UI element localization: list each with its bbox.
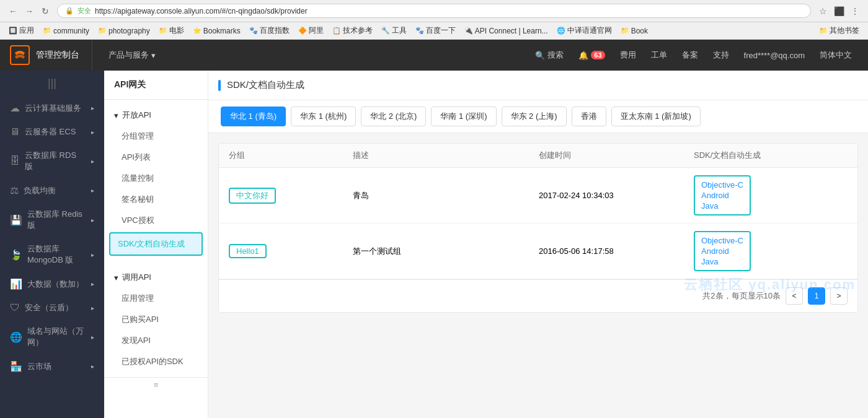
- folder-icon-2: 📁: [98, 27, 107, 35]
- bookmark-community[interactable]: 📁 community: [39, 25, 93, 37]
- sidebar-item-group-management[interactable]: 分组管理: [104, 126, 208, 147]
- main-content: SDK/文档自动生成 华北 1 (青岛) 华东 1 (杭州) 华北 2 (北京)…: [208, 71, 868, 418]
- url-bar[interactable]: 🔒 安全 https://apigateway.console.aliyun.c…: [57, 4, 811, 18]
- database-icon: 🗄: [10, 155, 20, 167]
- sidebar-item-traffic-control[interactable]: 流量控制: [104, 168, 208, 189]
- browser-chrome: ← → ↻ 🔒 安全 https://apigateway.console.al…: [0, 0, 868, 22]
- api-gateway-sidebar: API网关 ▾ 开放API 分组管理 API列表 流量控制 签名秘钥 VPC授权: [104, 71, 208, 418]
- chevron-icon-5: ▸: [91, 217, 94, 224]
- chevron-down-icon: ▾: [151, 51, 156, 60]
- region-tab-shenzhen[interactable]: 华南 1 (深圳): [431, 107, 496, 126]
- logo-area: 管理控制台: [10, 40, 92, 71]
- bookmark-bookmarks[interactable]: ⭐ Bookmarks: [189, 25, 244, 37]
- sdk-link-android-2[interactable]: Android: [701, 246, 743, 256]
- call-api-group-header[interactable]: ▾ 调用API: [104, 267, 208, 288]
- sidebar-item-app-management[interactable]: 应用管理: [104, 288, 208, 309]
- bookmark-photography[interactable]: 📁 photography: [94, 25, 154, 37]
- region-tab-qingdao[interactable]: 华北 1 (青岛): [221, 107, 286, 126]
- pagination-next[interactable]: >: [830, 287, 848, 305]
- support-nav-item[interactable]: 支持: [707, 40, 735, 71]
- sidebar-item-authorized-sdk[interactable]: 已授权API的SDK: [104, 351, 208, 372]
- sidebar-item-security[interactable]: 🛡 安全（云盾） ▸: [0, 296, 104, 320]
- extension-button[interactable]: ⬛: [832, 4, 846, 18]
- region-tab-beijing[interactable]: 华北 2 (北京): [361, 107, 426, 126]
- top-nav-menu: 产品与服务 ▾: [92, 40, 172, 71]
- forward-button[interactable]: →: [22, 4, 36, 18]
- left-sidebar: ||| ☁ 云计算基础服务 ▸ 🖥 云服务器 ECS ▸ 🗄 云数据库 RDS …: [0, 71, 104, 418]
- region-tab-shanghai[interactable]: 华东 2 (上海): [502, 107, 567, 126]
- bookmark-movie[interactable]: 📁 电影: [155, 24, 188, 37]
- top-nav-right: 🔍 搜索 🔔 63 费用 工单 备案 支持 fred****@qq.com 简体…: [529, 40, 858, 71]
- baidu-search-icon: 🐾: [415, 27, 424, 35]
- products-menu-item[interactable]: 产品与服务 ▾: [102, 40, 162, 71]
- bookmark-book[interactable]: 📁 Book: [617, 25, 652, 37]
- star-button[interactable]: ☆: [816, 4, 830, 18]
- table-row: Hello1 第一个测试组 2016-05-06 14:17:58 Object…: [219, 224, 857, 279]
- back-button[interactable]: ←: [6, 4, 20, 18]
- sidebar-section-security: 🛡 安全（云盾） ▸: [0, 296, 104, 320]
- bookmark-translate[interactable]: 🌐 中译语通官网: [553, 24, 616, 37]
- sidebar-item-vpc-auth[interactable]: VPC授权: [104, 210, 208, 231]
- sidebar-item-rds[interactable]: 🗄 云数据库 RDS 版 ▸: [0, 144, 104, 178]
- sidebar-section-cloud-compute: ☁ 云计算基础服务 ▸: [0, 96, 104, 120]
- search-icon: 🔍: [535, 51, 545, 60]
- billing-nav-item[interactable]: 费用: [614, 40, 642, 71]
- sidebar-item-market[interactable]: 🏪 云市场 ▸: [0, 354, 104, 378]
- icp-nav-item[interactable]: 备案: [676, 40, 704, 71]
- bookmark-ali[interactable]: 🔶 阿里: [294, 24, 327, 37]
- sidebar-item-discover-api[interactable]: 发现API: [104, 330, 208, 351]
- region-tab-singapore[interactable]: 亚太东南 1 (新加坡): [611, 107, 701, 126]
- sidebar-item-ecs[interactable]: 🖥 云服务器 ECS ▸: [0, 120, 104, 144]
- open-api-group-header[interactable]: ▾ 开放API: [104, 105, 208, 126]
- bookmark-tools[interactable]: 🔧 工具: [378, 24, 410, 37]
- more-button[interactable]: ⋮: [848, 4, 862, 18]
- pagination-page-1[interactable]: 1: [808, 287, 825, 305]
- user-nav-item[interactable]: fred****@qq.com: [738, 40, 811, 71]
- bookmark-baidu-search[interactable]: 🐾 百度一下: [412, 24, 459, 37]
- pagination-prev[interactable]: <: [786, 287, 803, 305]
- sidebar-item-api-list[interactable]: API列表: [104, 147, 208, 168]
- bookmark-tech[interactable]: 📋 技术参考: [329, 24, 376, 37]
- sdk-link-objc-1[interactable]: Objective-C: [701, 180, 743, 189]
- bookmark-apps[interactable]: 🔲 应用: [5, 24, 38, 37]
- sidebar-item-mongodb[interactable]: 🍃 云数据库 MongoDB 版 ▸: [0, 237, 104, 272]
- sidebar-section-slb: ⚖ 负载均衡 ▸: [0, 178, 104, 202]
- bookmark-other[interactable]: 📁 其他书签: [815, 24, 863, 37]
- sidebar-item-purchased-api[interactable]: 已购买API: [104, 309, 208, 330]
- sidebar-item-cloud-compute[interactable]: ☁ 云计算基础服务 ▸: [0, 96, 104, 120]
- chevron-icon-10: ▸: [91, 363, 94, 370]
- sdk-link-java-2[interactable]: Java: [701, 257, 743, 266]
- sdk-link-java-1[interactable]: Java: [701, 201, 743, 211]
- region-tab-hangzhou[interactable]: 华东 1 (杭州): [291, 107, 356, 126]
- cell-group-1: 中文你好: [229, 188, 353, 204]
- sidebar-collapse-button[interactable]: |||: [0, 71, 104, 96]
- api-icon: 🔌: [464, 27, 473, 35]
- sidebar-item-bigdata[interactable]: 📊 大数据（数加） ▸: [0, 272, 104, 296]
- language-nav-item[interactable]: 简体中文: [813, 40, 858, 71]
- sidebar-resize-handle[interactable]: ≡: [104, 377, 208, 392]
- apps-icon: 🔲: [9, 27, 17, 35]
- refresh-button[interactable]: ↻: [38, 4, 52, 18]
- sidebar-item-sdk-autogen[interactable]: SDK/文档自动生成: [109, 232, 203, 256]
- sidebar-item-sign-key[interactable]: 签名秘钥: [104, 189, 208, 210]
- sdk-link-objc-2[interactable]: Objective-C: [701, 236, 743, 245]
- bookmark-api-connect[interactable]: 🔌 API Connect | Learn...: [461, 25, 552, 37]
- aliyun-logo: [10, 45, 30, 65]
- chevron-icon-8: ▸: [91, 305, 94, 311]
- search-area[interactable]: 🔍 搜索: [529, 50, 570, 61]
- group-link-1[interactable]: 中文你好: [229, 188, 276, 204]
- sidebar-item-slb[interactable]: ⚖ 负载均衡 ▸: [0, 178, 104, 202]
- security-lock-icon: 🔒: [65, 7, 74, 15]
- sidebar-item-domain[interactable]: 🌐 域名与网站（万网） ▸: [0, 320, 104, 354]
- server-icon: 🖥: [10, 126, 20, 137]
- sidebar-item-redis[interactable]: 💾 云数据库 Redis 版 ▸: [0, 202, 104, 237]
- region-tab-hongkong[interactable]: 香港: [572, 107, 606, 126]
- pagination-total-text: 共2条，每页显示10条: [702, 290, 781, 302]
- chevron-icon-6: ▸: [91, 251, 94, 258]
- group-link-2[interactable]: Hello1: [229, 244, 267, 258]
- bookmark-baidu-index[interactable]: 🐾 百度指数: [246, 24, 293, 37]
- notification-bell[interactable]: 🔔 63: [572, 40, 611, 71]
- workorder-nav-item[interactable]: 工单: [645, 40, 673, 71]
- sdk-link-android-1[interactable]: Android: [701, 191, 743, 200]
- sidebar-section-mongodb: 🍃 云数据库 MongoDB 版 ▸: [0, 237, 104, 272]
